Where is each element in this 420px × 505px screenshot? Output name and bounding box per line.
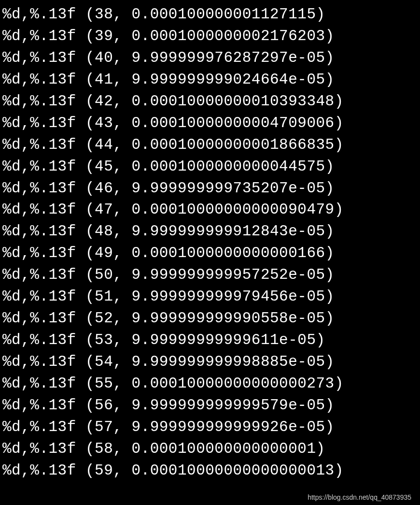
output-line: %d,%.13f (52, 9.999999999990558e-05) <box>2 308 418 330</box>
output-line: %d,%.13f (49, 0.0001000000000000166) <box>2 243 418 264</box>
output-line: %d,%.13f (41, 9.999999999024664e-05) <box>2 69 418 91</box>
output-line: %d,%.13f (45, 0.0001000000000044575) <box>2 156 418 178</box>
output-line: %d,%.13f (44, 0.00010000000001866835) <box>2 134 418 156</box>
output-line: %d,%.13f (58, 0.000100000000000001) <box>2 438 418 460</box>
output-line: %d,%.13f (55, 0.00010000000000000273) <box>2 373 418 395</box>
output-line: %d,%.13f (47, 0.00010000000000090479) <box>2 199 418 221</box>
output-line: %d,%.13f (38, 0.000100000001127115) <box>2 4 418 26</box>
output-line: %d,%.13f (54, 9.999999999998885e-05) <box>2 351 418 373</box>
terminal-output: %d,%.13f (38, 0.000100000001127115)%d,%.… <box>2 4 418 482</box>
output-line: %d,%.13f (48, 9.999999999912843e-05) <box>2 221 418 243</box>
output-line: %d,%.13f (51, 9.999999999979456e-05) <box>2 286 418 308</box>
output-line: %d,%.13f (57, 9.999999999999926e-05) <box>2 417 418 438</box>
output-line: %d,%.13f (42, 0.00010000000010393348) <box>2 91 418 113</box>
watermark-text: https://blog.csdn.net/qq_40873935 <box>308 493 411 501</box>
output-line: %d,%.13f (43, 0.00010000000004709006) <box>2 113 418 134</box>
output-line: %d,%.13f (56, 9.999999999999579e-05) <box>2 395 418 417</box>
output-line: %d,%.13f (59, 0.00010000000000000013) <box>2 460 418 482</box>
output-line: %d,%.13f (50, 9.999999999957252e-05) <box>2 264 418 286</box>
output-line: %d,%.13f (39, 0.0001000000002176203) <box>2 26 418 47</box>
output-line: %d,%.13f (40, 9.999999976287297e-05) <box>2 47 418 69</box>
output-line: %d,%.13f (46, 9.999999999735207e-05) <box>2 178 418 200</box>
output-line: %d,%.13f (53, 9.99999999999611e-05) <box>2 330 418 351</box>
